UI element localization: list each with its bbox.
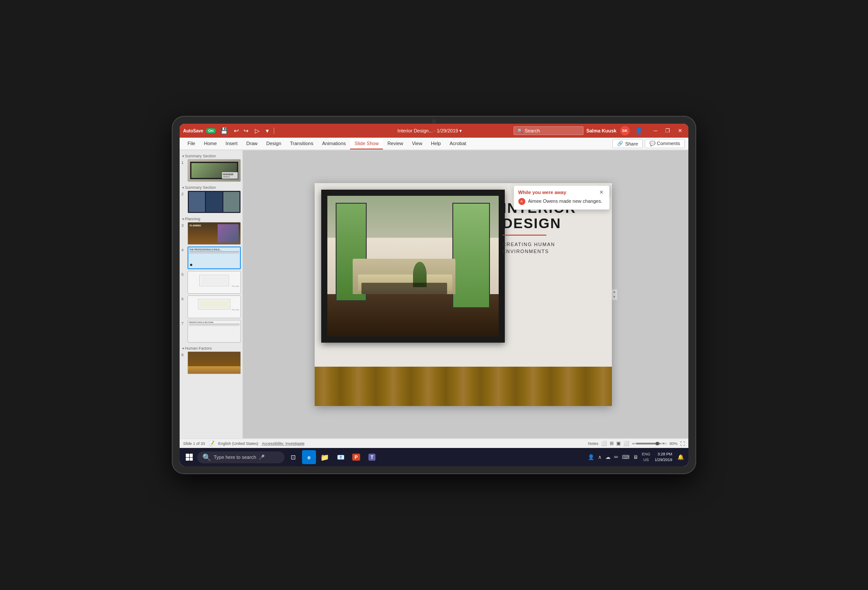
undo-icon[interactable]: ↩ — [232, 126, 241, 135]
slide-thumb-4[interactable]: 4 THE PROFESSIONALS ROLE... ✱ — [181, 246, 241, 269]
tab-insert[interactable]: Insert — [221, 138, 242, 149]
zoom-out-button[interactable]: − — [632, 441, 634, 446]
section-collapse-arrow[interactable]: ▾ — [182, 154, 184, 158]
slide-img-8[interactable] — [187, 351, 241, 374]
view-normal-icon[interactable]: ⬜ — [601, 441, 607, 446]
outlook-button[interactable]: 📧 — [333, 450, 347, 464]
share-button[interactable]: 🔗 Share — [612, 139, 642, 148]
section-collapse-arrow-3[interactable]: ▾ — [182, 217, 184, 221]
powerpoint-button[interactable]: P — [349, 450, 363, 464]
section-label-summary1: ▾ Summary Section — [181, 152, 241, 159]
tab-view[interactable]: View — [407, 138, 427, 149]
tab-slideshow[interactable]: Slide Show — [350, 138, 383, 149]
slide-num-3: 3 — [181, 222, 186, 228]
tab-design[interactable]: Design — [262, 138, 285, 149]
title-bar-left: AutoSave On 💾 ↩ ↪ ▷ ▾ | — [183, 126, 346, 135]
system-clock[interactable]: 3:28 PM 1/29/2019 — [653, 451, 674, 462]
file-explorer-button[interactable]: 📁 — [318, 450, 332, 464]
share-profile-icon[interactable]: 👤 — [633, 126, 644, 135]
zoom-thumb[interactable] — [656, 442, 659, 445]
right-scrollbar[interactable]: ▲ ▼ — [612, 289, 617, 300]
tab-animations[interactable]: Animations — [318, 138, 350, 149]
notes-icon[interactable]: 📝 — [208, 441, 215, 446]
teams-button[interactable]: T — [365, 450, 379, 464]
view-reading-icon[interactable]: ▣ — [616, 441, 621, 446]
win-logo-q4 — [190, 458, 193, 461]
slide-thumb-5[interactable]: 5 floor plan — [181, 271, 241, 294]
search-icon: 🔍 — [517, 128, 523, 133]
tab-review[interactable]: Review — [383, 138, 407, 149]
present-icon[interactable]: ▷ — [253, 126, 261, 135]
fit-slide-button[interactable]: ⛶ — [680, 441, 685, 446]
window-controls: ─ ❐ ✕ — [651, 127, 685, 135]
scroll-down-button[interactable]: ▼ — [612, 295, 617, 300]
view-grid-icon[interactable]: ⊞ — [610, 441, 614, 446]
slide-thumb-8[interactable]: 8 — [181, 351, 241, 374]
user-name[interactable]: Salma Kuusk — [586, 128, 616, 133]
slide-panel[interactable]: ▾ Summary Section 1 INTERIOR DESIGN — [180, 150, 243, 438]
title-bar-right: Salma Kuusk SK 👤 ─ ❐ ✕ — [586, 126, 685, 135]
tray-person-icon[interactable]: 👤 — [587, 453, 595, 461]
taskbar-mic-icon[interactable]: 🎤 — [259, 455, 265, 460]
slide-thumb-3[interactable]: 3 PLANNING — [181, 222, 241, 245]
tray-keyboard-icon[interactable]: ⌨ — [621, 453, 630, 461]
slide-img-7[interactable]: PERSPECTIVES & SECTIONS — [187, 320, 241, 343]
slide-img-1[interactable]: INTERIOR DESIGN — [187, 159, 241, 182]
status-bar: Slide 1 of 33 📝 English (United States) … — [180, 438, 688, 448]
tab-home[interactable]: Home — [200, 138, 221, 149]
section-collapse-arrow-4[interactable]: ▾ — [182, 347, 184, 351]
user-avatar[interactable]: SK — [620, 126, 630, 135]
search-box[interactable]: 🔍 Search — [514, 126, 583, 135]
frame-inner — [327, 196, 499, 337]
tab-draw[interactable]: Draw — [242, 138, 262, 149]
autosave-label: AutoSave — [183, 128, 203, 133]
slide-thumb-1[interactable]: 1 INTERIOR DESIGN — [181, 159, 241, 182]
accessibility-label[interactable]: Accessibility: Investigate — [262, 441, 305, 446]
taskbar-search-icon: 🔍 — [202, 453, 211, 462]
zoom-slider[interactable]: − + — [632, 443, 667, 444]
zoom-in-button[interactable]: + — [662, 441, 664, 446]
start-button[interactable] — [183, 451, 195, 463]
frame-container — [321, 190, 505, 343]
minimize-button[interactable]: ─ — [651, 127, 660, 135]
notification-center-icon[interactable]: 🔔 — [677, 453, 685, 461]
section-collapse-arrow-2[interactable]: ▾ — [182, 186, 184, 190]
slide-img-6[interactable]: floor plan — [187, 295, 241, 318]
tray-chevron-icon[interactable]: ∧ — [597, 453, 603, 461]
tab-help[interactable]: Help — [427, 138, 445, 149]
view-present-icon[interactable]: ⬜ — [623, 441, 629, 446]
rug — [361, 283, 447, 294]
slide-img-3[interactable]: PLANNING — [187, 222, 241, 245]
file-title[interactable]: Interior Design... · 1/29/2019 ▾ — [348, 128, 511, 134]
folder-icon: 📁 — [320, 453, 329, 462]
slide-thumb-6[interactable]: 6 floor plan — [181, 295, 241, 318]
customize-icon[interactable]: ▾ — [264, 126, 271, 135]
tab-transitions[interactable]: Transitions — [286, 138, 318, 149]
slide-img-5[interactable]: floor plan — [187, 271, 241, 294]
notification-close-button[interactable]: ✕ — [598, 189, 605, 195]
tray-pen-icon[interactable]: ✏ — [613, 453, 619, 461]
notes-label[interactable]: Notes — [588, 441, 598, 446]
tab-file[interactable]: File — [183, 138, 200, 149]
windows-logo — [186, 454, 193, 461]
tab-acrobat[interactable]: Acrobat — [445, 138, 471, 149]
ribbon: File Home Insert Draw Design Transitions… — [180, 138, 688, 150]
comments-button[interactable]: 💬 Comments — [645, 139, 685, 148]
tray-display-icon[interactable]: 🖥 — [632, 453, 639, 461]
canvas-area[interactable]: INTERIOR DESIGN CREATING HUMANENVIRONMEN… — [243, 150, 688, 438]
tray-network-icon[interactable]: ☁ — [604, 453, 611, 461]
save-icon[interactable]: 💾 — [219, 126, 229, 135]
slide-thumb-2[interactable]: 2 — [181, 191, 241, 213]
edge-button[interactable]: e — [302, 450, 316, 464]
autosave-toggle[interactable]: On — [206, 128, 216, 133]
redo-icon[interactable]: ↪ — [242, 126, 250, 135]
slide-img-4[interactable]: THE PROFESSIONALS ROLE... ✱ — [187, 246, 241, 269]
restore-button[interactable]: ❐ — [663, 127, 673, 135]
slide-img-2[interactable] — [187, 191, 241, 213]
scroll-up-button[interactable]: ▲ — [612, 289, 617, 295]
taskbar-search[interactable]: 🔍 Type here to search 🎤 — [197, 451, 285, 463]
close-button[interactable]: ✕ — [675, 127, 685, 135]
task-view-button[interactable]: ⊡ — [286, 450, 300, 464]
slide-thumb-7[interactable]: 7 PERSPECTIVES & SECTIONS — [181, 320, 241, 343]
language-indicator[interactable]: ENG US — [642, 451, 650, 462]
